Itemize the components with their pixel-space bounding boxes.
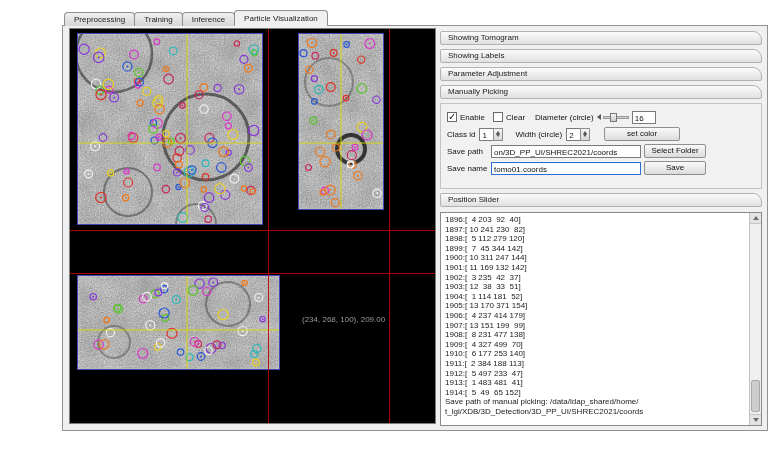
- log-scrollbar[interactable]: [749, 213, 761, 425]
- log-line: 1910:[ 6 177 253 140]: [445, 349, 746, 359]
- diameter-slider-track[interactable]: [603, 116, 629, 119]
- picking-row-1: Enable Clear Diameter (circle) 16: [447, 109, 755, 125]
- log-line: Save path of manual picking: /data/ldap_…: [445, 397, 746, 407]
- log-line: 1913:[ 1 483 481 41]: [445, 378, 746, 388]
- log-line: t_lgl/XDB/3D_Detection/3D_PP_UI/SHREC202…: [445, 407, 746, 417]
- slice-boundary-horizontal-2: [70, 273, 435, 274]
- log-line: 1900:[ 10 311 247 144]: [445, 253, 746, 263]
- tab-bar: PreprocessingTrainingInferenceParticle V…: [64, 10, 327, 26]
- log-line: 1909:[ 4 327 499 70]: [445, 340, 746, 350]
- diameter-slider[interactable]: [597, 114, 629, 120]
- save-name-input[interactable]: tomo01.coords: [491, 162, 641, 175]
- picking-row-2: Class id 1 Width (circle) 2 set color: [447, 126, 755, 142]
- enable-checkbox[interactable]: [447, 112, 457, 122]
- slider-left-arrow-icon[interactable]: [597, 114, 601, 120]
- diameter-label: Diameter (circle): [535, 113, 594, 122]
- save-path-input[interactable]: on/3D_PP_UI/SHREC2021/coords: [491, 145, 641, 158]
- scroll-down-arrow-icon[interactable]: [750, 414, 761, 425]
- tab-preprocessing[interactable]: Preprocessing: [64, 12, 135, 26]
- slice-boundary-horizontal-1: [70, 230, 435, 231]
- view-xz[interactable]: [77, 275, 280, 370]
- class-id-value[interactable]: 1: [479, 128, 493, 141]
- log-line: 1899:[ 7 45 344 142]: [445, 244, 746, 254]
- log-line: 1902:[ 3 235 42 37]: [445, 273, 746, 283]
- section-parameter-adjustment[interactable]: Parameter Adjustment: [440, 67, 762, 81]
- scrollbar-thumb[interactable]: [751, 380, 760, 412]
- cursor-position-readout: (234, 268, 100), 209.00: [302, 315, 385, 324]
- class-id-spinbox[interactable]: 1: [479, 128, 503, 141]
- log-line: 1914:[ 5 49 65 152]: [445, 388, 746, 398]
- class-id-spin-arrows-icon[interactable]: [493, 128, 503, 141]
- slice-boundary-vertical-1: [268, 29, 269, 423]
- width-circle-label: Width (circle): [515, 130, 562, 139]
- scroll-up-arrow-icon[interactable]: [750, 213, 761, 224]
- control-panel: Showing Tomogram Showing Labels Paramete…: [440, 31, 762, 426]
- app-window: PreprocessingTrainingInferenceParticle V…: [62, 10, 768, 431]
- log-line: 1896:[ 4 203 92 40]: [445, 215, 746, 225]
- picking-row-3: Save path on/3D_PP_UI/SHREC2021/coords S…: [447, 143, 755, 159]
- save-name-label: Save name: [447, 164, 489, 173]
- tomogram-viewport[interactable]: (234, 268, 100), 209.00: [69, 28, 436, 424]
- log-line: 1904:[ 1 114 181 52]: [445, 292, 746, 302]
- class-id-label: Class id: [447, 130, 475, 139]
- clear-label: Clear: [506, 113, 525, 122]
- section-manually-picking[interactable]: Manually Picking: [440, 85, 762, 99]
- section-position-slider[interactable]: Position Slider: [440, 193, 762, 207]
- section-showing-labels[interactable]: Showing Labels: [440, 49, 762, 63]
- picking-row-4: Save name tomo01.coords Save: [447, 160, 755, 176]
- diameter-value[interactable]: 16: [632, 111, 656, 124]
- enable-label: Enable: [460, 113, 485, 122]
- clear-checkbox[interactable]: [493, 112, 503, 122]
- tab-training[interactable]: Training: [134, 12, 183, 26]
- tab-inference[interactable]: Inference: [182, 12, 235, 26]
- width-circle-spinbox[interactable]: 2: [566, 128, 590, 141]
- save-button[interactable]: Save: [644, 161, 706, 175]
- log-line: 1911:[ 2 384 188 113]: [445, 359, 746, 369]
- view-yz[interactable]: [298, 33, 384, 210]
- log-line: 1897:[ 10 241 230 82]: [445, 225, 746, 235]
- log-line: 1906:[ 4 237 414 179]: [445, 311, 746, 321]
- log-line: 1908:[ 8 231 477 138]: [445, 330, 746, 340]
- tab-pane: (234, 268, 100), 209.00 Showing Tomogram…: [62, 25, 768, 431]
- set-color-button[interactable]: set color: [604, 127, 680, 141]
- width-circle-spin-arrows-icon[interactable]: [580, 128, 590, 141]
- diameter-slider-handle[interactable]: [610, 113, 617, 122]
- tab-particle-visualization[interactable]: Particle Visualization: [234, 10, 328, 26]
- width-circle-value[interactable]: 2: [566, 128, 580, 141]
- log-line: 1903:[ 12 38 33 51]: [445, 282, 746, 292]
- view-xy[interactable]: [77, 33, 263, 225]
- log-line: 1898:[ 5 112 279 120]: [445, 234, 746, 244]
- coordinate-log[interactable]: 1896:[ 4 203 92 40]1897:[ 10 241 230 82]…: [440, 212, 762, 426]
- log-line: 1905:[ 13 170 371 154]: [445, 301, 746, 311]
- coordinate-log-lines: 1896:[ 4 203 92 40]1897:[ 10 241 230 82]…: [445, 215, 746, 416]
- section-showing-tomogram[interactable]: Showing Tomogram: [440, 31, 762, 45]
- log-line: 1901:[ 11 169 132 142]: [445, 263, 746, 273]
- slice-boundary-vertical-2: [389, 29, 390, 423]
- log-line: 1907:[ 13 151 199 99]: [445, 321, 746, 331]
- manually-picking-panel: Enable Clear Diameter (circle) 16 Class …: [440, 103, 762, 189]
- log-line: 1912:[ 5 497 233 47]: [445, 369, 746, 379]
- save-path-label: Save path: [447, 147, 489, 156]
- select-folder-button[interactable]: Select Folder: [644, 144, 706, 158]
